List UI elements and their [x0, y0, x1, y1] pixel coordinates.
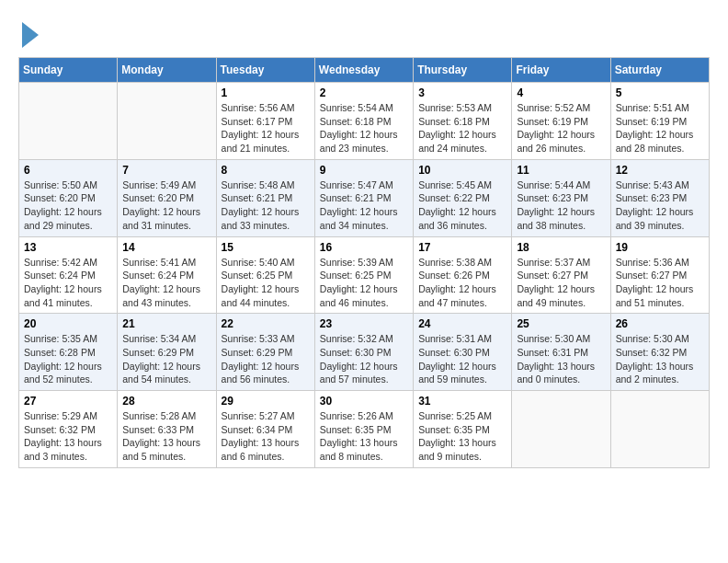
- calendar-cell: [610, 391, 709, 468]
- calendar-cell: 16Sunrise: 5:39 AM Sunset: 6:25 PM Dayli…: [314, 236, 413, 314]
- calendar-cell: 13Sunrise: 5:42 AM Sunset: 6:24 PM Dayli…: [19, 236, 118, 314]
- calendar-cell: 14Sunrise: 5:41 AM Sunset: 6:24 PM Dayli…: [118, 236, 216, 314]
- logo-arrow-icon: [22, 22, 39, 48]
- calendar-day-header: Thursday: [414, 58, 512, 83]
- day-info: Sunrise: 5:28 AM Sunset: 6:33 PM Dayligh…: [122, 409, 210, 464]
- calendar-day-header: Tuesday: [216, 58, 314, 83]
- logo: [18, 18, 39, 48]
- calendar-cell: 15Sunrise: 5:40 AM Sunset: 6:25 PM Dayli…: [216, 236, 314, 314]
- day-info: Sunrise: 5:53 AM Sunset: 6:18 PM Dayligh…: [418, 101, 506, 155]
- calendar-cell: 19Sunrise: 5:36 AM Sunset: 6:27 PM Dayli…: [610, 236, 709, 314]
- day-number: 3: [418, 86, 506, 99]
- day-number: 11: [517, 164, 605, 177]
- day-number: 31: [418, 395, 506, 408]
- calendar-cell: 1Sunrise: 5:56 AM Sunset: 6:17 PM Daylig…: [216, 83, 314, 160]
- day-number: 19: [616, 241, 704, 254]
- calendar-cell: 24Sunrise: 5:31 AM Sunset: 6:30 PM Dayli…: [414, 314, 512, 391]
- calendar-cell: 17Sunrise: 5:38 AM Sunset: 6:26 PM Dayli…: [414, 236, 512, 314]
- day-info: Sunrise: 5:44 AM Sunset: 6:23 PM Dayligh…: [517, 178, 605, 233]
- day-number: 5: [616, 86, 704, 99]
- calendar-cell: 23Sunrise: 5:32 AM Sunset: 6:30 PM Dayli…: [314, 314, 413, 391]
- day-info: Sunrise: 5:35 AM Sunset: 6:28 PM Dayligh…: [24, 332, 112, 386]
- calendar-cell: 4Sunrise: 5:52 AM Sunset: 6:19 PM Daylig…: [512, 83, 610, 160]
- day-number: 26: [616, 317, 704, 330]
- day-info: Sunrise: 5:36 AM Sunset: 6:27 PM Dayligh…: [616, 256, 704, 310]
- calendar-cell: [512, 391, 610, 468]
- day-number: 18: [517, 241, 605, 254]
- calendar-cell: 22Sunrise: 5:33 AM Sunset: 6:29 PM Dayli…: [216, 314, 314, 391]
- day-info: Sunrise: 5:29 AM Sunset: 6:32 PM Dayligh…: [24, 409, 112, 464]
- day-number: 10: [418, 164, 506, 177]
- day-number: 8: [222, 164, 310, 177]
- calendar-cell: 5Sunrise: 5:51 AM Sunset: 6:19 PM Daylig…: [610, 83, 709, 160]
- day-number: 14: [122, 241, 210, 254]
- day-info: Sunrise: 5:49 AM Sunset: 6:20 PM Dayligh…: [122, 178, 210, 233]
- day-number: 15: [222, 241, 310, 254]
- day-number: 6: [24, 164, 112, 177]
- calendar-week-row: 13Sunrise: 5:42 AM Sunset: 6:24 PM Dayli…: [19, 236, 710, 314]
- calendar-week-row: 27Sunrise: 5:29 AM Sunset: 6:32 PM Dayli…: [19, 391, 710, 468]
- calendar-cell: 7Sunrise: 5:49 AM Sunset: 6:20 PM Daylig…: [118, 159, 216, 236]
- day-number: 25: [517, 317, 605, 330]
- day-number: 2: [320, 86, 408, 99]
- day-number: 13: [24, 241, 112, 254]
- calendar-cell: 8Sunrise: 5:48 AM Sunset: 6:21 PM Daylig…: [216, 159, 314, 236]
- day-info: Sunrise: 5:48 AM Sunset: 6:21 PM Dayligh…: [222, 178, 310, 233]
- day-info: Sunrise: 5:38 AM Sunset: 6:26 PM Dayligh…: [418, 256, 506, 310]
- day-number: 17: [418, 241, 506, 254]
- day-info: Sunrise: 5:25 AM Sunset: 6:35 PM Dayligh…: [418, 409, 506, 464]
- day-number: 24: [418, 317, 506, 330]
- calendar-cell: 31Sunrise: 5:25 AM Sunset: 6:35 PM Dayli…: [414, 391, 512, 468]
- day-number: 9: [320, 164, 408, 177]
- calendar-week-row: 20Sunrise: 5:35 AM Sunset: 6:28 PM Dayli…: [19, 314, 710, 391]
- day-number: 12: [616, 164, 704, 177]
- day-number: 1: [222, 86, 310, 99]
- calendar-cell: 28Sunrise: 5:28 AM Sunset: 6:33 PM Dayli…: [118, 391, 216, 468]
- day-number: 20: [24, 317, 112, 330]
- calendar-week-row: 1Sunrise: 5:56 AM Sunset: 6:17 PM Daylig…: [19, 83, 710, 160]
- calendar-cell: 12Sunrise: 5:43 AM Sunset: 6:23 PM Dayli…: [610, 159, 709, 236]
- calendar-cell: 30Sunrise: 5:26 AM Sunset: 6:35 PM Dayli…: [314, 391, 413, 468]
- calendar-header-row: SundayMondayTuesdayWednesdayThursdayFrid…: [19, 58, 710, 83]
- page-header: [18, 18, 710, 48]
- day-info: Sunrise: 5:54 AM Sunset: 6:18 PM Dayligh…: [320, 101, 408, 155]
- day-number: 16: [320, 241, 408, 254]
- day-number: 28: [122, 395, 210, 408]
- calendar-cell: 9Sunrise: 5:47 AM Sunset: 6:21 PM Daylig…: [314, 159, 413, 236]
- calendar-day-header: Monday: [118, 58, 216, 83]
- day-info: Sunrise: 5:30 AM Sunset: 6:31 PM Dayligh…: [517, 332, 605, 386]
- day-number: 29: [222, 395, 310, 408]
- day-info: Sunrise: 5:47 AM Sunset: 6:21 PM Dayligh…: [320, 178, 408, 233]
- day-info: Sunrise: 5:50 AM Sunset: 6:20 PM Dayligh…: [24, 178, 112, 233]
- calendar-cell: 27Sunrise: 5:29 AM Sunset: 6:32 PM Dayli…: [19, 391, 118, 468]
- calendar-cell: 26Sunrise: 5:30 AM Sunset: 6:32 PM Dayli…: [610, 314, 709, 391]
- day-info: Sunrise: 5:52 AM Sunset: 6:19 PM Dayligh…: [517, 101, 605, 155]
- day-info: Sunrise: 5:45 AM Sunset: 6:22 PM Dayligh…: [418, 178, 506, 233]
- calendar-cell: 20Sunrise: 5:35 AM Sunset: 6:28 PM Dayli…: [19, 314, 118, 391]
- calendar-cell: 3Sunrise: 5:53 AM Sunset: 6:18 PM Daylig…: [414, 83, 512, 160]
- day-number: 21: [122, 317, 210, 330]
- day-number: 4: [517, 86, 605, 99]
- calendar-cell: [19, 83, 118, 160]
- calendar-week-row: 6Sunrise: 5:50 AM Sunset: 6:20 PM Daylig…: [19, 159, 710, 236]
- day-number: 30: [320, 395, 408, 408]
- calendar-table: SundayMondayTuesdayWednesdayThursdayFrid…: [18, 57, 710, 468]
- day-info: Sunrise: 5:41 AM Sunset: 6:24 PM Dayligh…: [122, 256, 210, 310]
- calendar-cell: 29Sunrise: 5:27 AM Sunset: 6:34 PM Dayli…: [216, 391, 314, 468]
- calendar-cell: 18Sunrise: 5:37 AM Sunset: 6:27 PM Dayli…: [512, 236, 610, 314]
- day-info: Sunrise: 5:26 AM Sunset: 6:35 PM Dayligh…: [320, 409, 408, 464]
- day-info: Sunrise: 5:34 AM Sunset: 6:29 PM Dayligh…: [122, 332, 210, 386]
- day-number: 7: [122, 164, 210, 177]
- calendar-cell: 6Sunrise: 5:50 AM Sunset: 6:20 PM Daylig…: [19, 159, 118, 236]
- day-info: Sunrise: 5:31 AM Sunset: 6:30 PM Dayligh…: [418, 332, 506, 386]
- day-info: Sunrise: 5:27 AM Sunset: 6:34 PM Dayligh…: [222, 409, 310, 464]
- day-info: Sunrise: 5:51 AM Sunset: 6:19 PM Dayligh…: [616, 101, 704, 155]
- day-info: Sunrise: 5:30 AM Sunset: 6:32 PM Dayligh…: [616, 332, 704, 386]
- day-info: Sunrise: 5:33 AM Sunset: 6:29 PM Dayligh…: [222, 332, 310, 386]
- day-number: 27: [24, 395, 112, 408]
- calendar-cell: 25Sunrise: 5:30 AM Sunset: 6:31 PM Dayli…: [512, 314, 610, 391]
- day-info: Sunrise: 5:37 AM Sunset: 6:27 PM Dayligh…: [517, 256, 605, 310]
- day-info: Sunrise: 5:56 AM Sunset: 6:17 PM Dayligh…: [222, 101, 310, 155]
- day-info: Sunrise: 5:40 AM Sunset: 6:25 PM Dayligh…: [222, 256, 310, 310]
- calendar-cell: 10Sunrise: 5:45 AM Sunset: 6:22 PM Dayli…: [414, 159, 512, 236]
